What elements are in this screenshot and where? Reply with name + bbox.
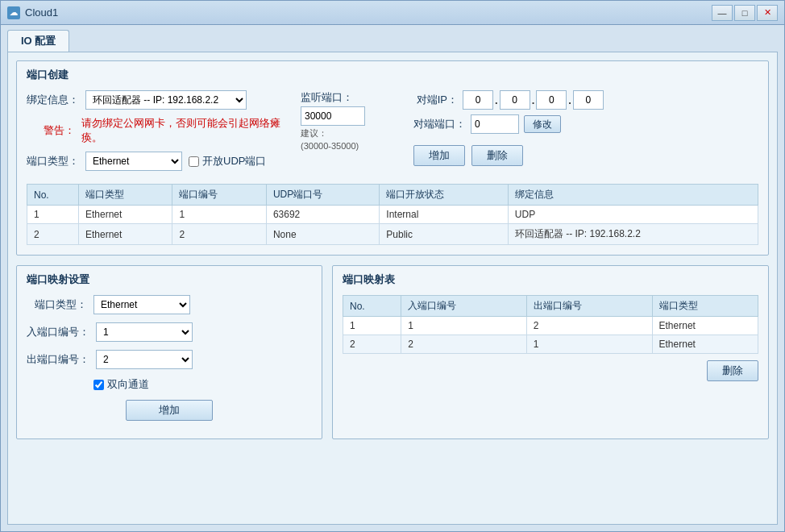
mapping-table-cell-0-1: 1 xyxy=(401,317,527,335)
port-table-row[interactable]: 1Ethernet163692InternalUDP xyxy=(27,206,758,224)
listen-port-input[interactable] xyxy=(301,106,365,126)
ip-octet-3[interactable] xyxy=(536,90,567,110)
mapping-table-cell-1-3: Ethernet xyxy=(652,335,758,354)
modify-button[interactable]: 修改 xyxy=(524,115,561,133)
mt-col-in: 入端口编号 xyxy=(401,296,527,317)
warning-row: 警告： 请勿绑定公网网卡，否则可能会引起网络瘫痪。 xyxy=(27,116,285,145)
add-port-button[interactable]: 增加 xyxy=(413,145,465,166)
col-number: 端口编号 xyxy=(172,185,266,206)
delete-port-button[interactable]: 删除 xyxy=(471,145,523,166)
mapping-out-port-label: 出端口编号： xyxy=(27,352,89,367)
right-actions: 增加 删除 xyxy=(413,145,758,166)
port-creation-title: 端口创建 xyxy=(27,68,758,82)
ip-inputs: . . . xyxy=(463,90,604,110)
bottom-section: 端口映射设置 端口类型： Ethernet 入端口编号： 1 xyxy=(16,265,769,449)
app-icon: ☁ xyxy=(7,6,20,19)
mapping-port-type-row: 端口类型： Ethernet xyxy=(27,295,312,314)
port-table-cell-1-0: 2 xyxy=(27,224,79,245)
port-mapping-table-section: 端口映射表 No. 入端口编号 出端口编号 端口类型 112Ethernet22… xyxy=(332,265,769,439)
mapping-delete-button[interactable]: 删除 xyxy=(707,360,758,381)
mapping-port-type-select[interactable]: Ethernet xyxy=(93,295,190,314)
udp-checkbox[interactable] xyxy=(189,156,199,167)
port-table-cell-1-1: Ethernet xyxy=(78,224,172,245)
bidirectional-label[interactable]: 双向通道 xyxy=(93,377,149,392)
col-udp: UDP端口号 xyxy=(266,185,379,206)
port-table-cell-1-4: Public xyxy=(380,224,509,245)
col-type: 端口类型 xyxy=(78,185,172,206)
port-mapping-settings-title: 端口映射设置 xyxy=(27,272,312,287)
port-table-row[interactable]: 2Ethernet2NonePublic环回适配器 -- IP: 192.168… xyxy=(27,224,758,245)
port-table-cell-0-1: Ethernet xyxy=(78,206,172,224)
listen-port-label: 监听端口： xyxy=(301,90,397,105)
col-bind: 绑定信息 xyxy=(508,185,758,206)
top-section-inner: 绑定信息： 环回适配器 -- IP: 192.168.2.2 警告： 请勿绑定公… xyxy=(27,90,758,177)
port-creation-section: 端口创建 绑定信息： 环回适配器 -- IP: 192.168.2.2 警告： … xyxy=(16,60,769,256)
mapping-in-port-label: 入端口编号： xyxy=(27,325,89,339)
mapping-form: 端口类型： Ethernet 入端口编号： 1 出端口编号： xyxy=(27,295,312,421)
maximize-button[interactable]: □ xyxy=(734,5,755,21)
window-title: Cloud1 xyxy=(25,6,712,19)
mapping-in-port-select[interactable]: 1 xyxy=(96,322,193,342)
col-status: 端口开放状态 xyxy=(380,185,509,206)
warning-prefix: 警告： xyxy=(27,123,75,138)
bind-label: 绑定信息： xyxy=(27,93,79,107)
col-no: No. xyxy=(27,185,79,206)
peer-port-row: 对端端口： 修改 xyxy=(413,114,758,134)
mapping-in-port-row: 入端口编号： 1 xyxy=(27,322,312,342)
mapping-table-row[interactable]: 221Ethernet xyxy=(343,335,758,354)
peer-port-input[interactable] xyxy=(471,114,519,134)
peer-ip-row: 对端IP： . . . xyxy=(413,90,758,110)
bidirectional-checkbox[interactable] xyxy=(93,380,104,390)
mt-col-out: 出端口编号 xyxy=(526,296,652,317)
peer-area: 对端IP： . . . xyxy=(413,90,758,166)
port-type-row: 端口类型： Ethernet 开放UDP端口 xyxy=(27,152,285,171)
port-table-cell-0-0: 1 xyxy=(27,206,79,224)
mapping-table-cell-0-0: 1 xyxy=(343,317,401,335)
mt-col-type: 端口类型 xyxy=(652,296,758,317)
mapping-table-row[interactable]: 112Ethernet xyxy=(343,317,758,335)
bidirectional-row: 双向通道 xyxy=(27,377,312,392)
port-table-cell-1-3: None xyxy=(266,224,379,245)
mapping-table-cell-0-2: 2 xyxy=(526,317,652,335)
port-type-label: 端口类型： xyxy=(27,154,79,168)
bind-select[interactable]: 环回适配器 -- IP: 192.168.2.2 xyxy=(85,90,247,110)
top-left-form: 绑定信息： 环回适配器 -- IP: 192.168.2.2 警告： 请勿绑定公… xyxy=(27,90,285,177)
main-content: 端口创建 绑定信息： 环回适配器 -- IP: 192.168.2.2 警告： … xyxy=(7,52,778,525)
top-middle: 监听端口： 建议： (30000-35000) xyxy=(301,90,397,177)
mapping-table-cell-1-1: 2 xyxy=(401,335,527,354)
warning-text: 请勿绑定公网网卡，否则可能会引起网络瘫痪。 xyxy=(81,116,285,145)
title-bar: ☁ Cloud1 — □ ✕ xyxy=(1,1,784,25)
top-right: 对端IP： . . . xyxy=(413,90,758,177)
tab-bar: IO 配置 xyxy=(1,25,784,52)
minimize-button[interactable]: — xyxy=(712,5,733,21)
peer-port-label: 对端端口： xyxy=(413,117,466,131)
close-button[interactable]: ✕ xyxy=(757,5,778,21)
mapping-table-cell-1-0: 2 xyxy=(343,335,401,354)
port-mapping-settings-section: 端口映射设置 端口类型： Ethernet 入端口编号： 1 xyxy=(16,265,322,439)
mapping-out-port-select[interactable]: 2 xyxy=(96,350,193,369)
port-table-cell-0-2: 1 xyxy=(172,206,266,224)
ip-octet-1[interactable] xyxy=(463,90,493,110)
port-table-cell-1-5: 环回适配器 -- IP: 192.168.2.2 xyxy=(508,224,758,245)
suggest-label: 建议： xyxy=(301,127,397,139)
port-table-cell-0-4: Internal xyxy=(380,206,509,224)
window-controls: — □ ✕ xyxy=(712,5,778,21)
port-table-cell-1-2: 2 xyxy=(172,224,266,245)
mapping-port-type-label: 端口类型： xyxy=(27,297,87,312)
main-window: ☁ Cloud1 — □ ✕ IO 配置 端口创建 绑定信息： xyxy=(0,0,785,532)
bind-info-row: 绑定信息： 环回适配器 -- IP: 192.168.2.2 xyxy=(27,90,285,110)
mapping-add-button[interactable]: 增加 xyxy=(126,400,213,421)
mt-col-no: No. xyxy=(343,296,401,317)
mapping-table-cell-1-2: 1 xyxy=(526,335,652,354)
udp-checkbox-label[interactable]: 开放UDP端口 xyxy=(189,154,266,168)
ip-octet-4[interactable] xyxy=(573,90,604,110)
port-type-select[interactable]: Ethernet xyxy=(85,152,182,171)
tab-io-config[interactable]: IO 配置 xyxy=(7,30,69,52)
mapping-add-row: 增加 xyxy=(27,400,312,421)
port-table-cell-0-5: UDP xyxy=(508,206,758,224)
port-table-cell-0-3: 63692 xyxy=(266,206,379,224)
port-mapping-table-title: 端口映射表 xyxy=(343,272,758,287)
listen-port-area: 监听端口： 建议： (30000-35000) xyxy=(301,90,397,151)
ip-octet-2[interactable] xyxy=(500,90,530,110)
port-table: No. 端口类型 端口编号 UDP端口号 端口开放状态 绑定信息 1Ethern… xyxy=(27,184,758,245)
